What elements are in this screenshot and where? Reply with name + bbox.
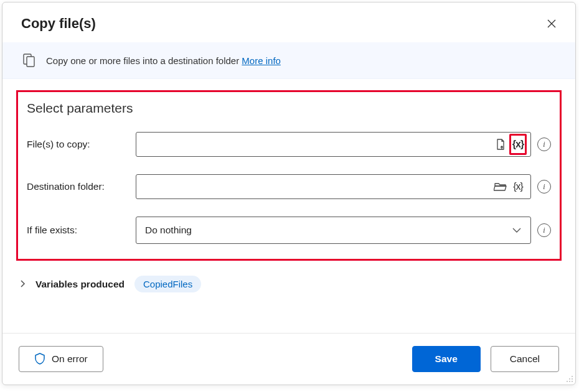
files-to-copy-row: File(s) to copy: {x} i: [27, 132, 551, 157]
parameters-heading: Select parameters: [27, 101, 551, 116]
folder-icon: [494, 180, 507, 193]
dialog-body: Select parameters File(s) to copy:: [2, 79, 575, 333]
resize-grip-icon[interactable]: [565, 375, 574, 383]
close-icon: [547, 19, 557, 29]
parameters-section: Select parameters File(s) to copy:: [16, 90, 562, 261]
select-file-button[interactable]: [492, 136, 509, 153]
info-bar: Copy one or more files into a destinatio…: [2, 42, 575, 79]
variables-produced-label: Variables produced: [35, 279, 125, 290]
save-button[interactable]: Save: [412, 346, 481, 372]
destination-folder-label: Destination folder:: [27, 181, 136, 192]
if-file-exists-label: If file exists:: [27, 225, 136, 236]
more-info-link[interactable]: More info: [242, 55, 281, 66]
copy-files-icon: [21, 52, 37, 68]
insert-variable-button[interactable]: {x}: [509, 134, 527, 155]
close-button[interactable]: [543, 15, 560, 32]
svg-point-6: [569, 381, 570, 382]
files-to-copy-input[interactable]: [143, 133, 492, 156]
svg-point-2: [572, 376, 573, 377]
dialog-footer: On error Save Cancel: [2, 333, 575, 385]
on-error-button[interactable]: On error: [19, 346, 103, 372]
dialog-title: Copy file(s): [21, 16, 96, 32]
destination-folder-field: {x}: [136, 174, 531, 199]
destination-folder-input[interactable]: [143, 175, 492, 198]
svg-point-3: [569, 378, 570, 380]
copy-files-dialog: Copy file(s) Copy one or more files into…: [2, 2, 576, 385]
dialog-header: Copy file(s): [2, 2, 575, 42]
chevron-right-icon: [20, 279, 26, 289]
info-icon[interactable]: i: [537, 180, 551, 194]
info-icon[interactable]: i: [537, 138, 551, 151]
files-to-copy-field: {x}: [136, 132, 531, 157]
variable-pill[interactable]: CopiedFiles: [134, 276, 201, 292]
destination-folder-row: Destination folder: {x} i: [27, 174, 551, 199]
svg-rect-1: [27, 57, 34, 67]
files-to-copy-label: File(s) to copy:: [27, 139, 136, 150]
info-text: Copy one or more files into a destinatio…: [46, 55, 281, 66]
insert-variable-button[interactable]: {x}: [509, 178, 527, 195]
svg-point-4: [572, 378, 573, 380]
if-file-exists-row: If file exists: Do nothing i: [27, 217, 551, 244]
browse-folder-button[interactable]: [492, 178, 509, 195]
variables-produced-row[interactable]: Variables produced CopiedFiles: [16, 272, 562, 296]
cancel-button[interactable]: Cancel: [491, 346, 559, 372]
svg-point-5: [567, 381, 568, 382]
info-icon[interactable]: i: [537, 223, 551, 237]
if-file-exists-value: Do nothing: [145, 225, 192, 236]
shield-icon: [34, 353, 45, 365]
if-file-exists-select[interactable]: Do nothing: [136, 217, 531, 244]
file-picker-icon: [494, 138, 507, 151]
svg-point-7: [572, 381, 573, 382]
chevron-down-icon: [512, 227, 522, 233]
